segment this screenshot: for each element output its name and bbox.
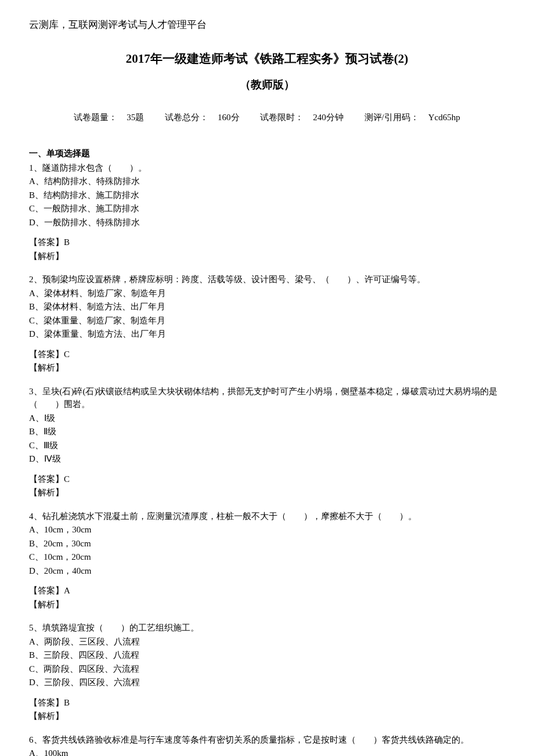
question-option: D、20cm，40cm bbox=[29, 564, 505, 578]
questions-container: 1、隧道防排水包含（ ）。A、结构防排水、特殊防排水B、结构防排水、施工防排水C… bbox=[29, 161, 505, 757]
exam-meta: 试卷题量：35题 试卷总分：160分 试卷限时：240分钟 测评/引用码：Ycd… bbox=[29, 111, 505, 124]
answer-line: 【答案】B bbox=[29, 696, 505, 710]
question-option: D、三阶段、四区段、六流程 bbox=[29, 676, 505, 689]
section-header: 一、单项选择题 bbox=[29, 147, 505, 160]
question-option: D、梁体重量、制造方法、出厂年月 bbox=[29, 327, 505, 341]
page-header: 云测库，互联网测评考试与人才管理平台 bbox=[29, 17, 505, 33]
answer-line: 【答案】C bbox=[29, 473, 505, 486]
question-option: A、Ⅰ级 bbox=[29, 412, 505, 425]
analysis-line: 【解析】 bbox=[29, 710, 505, 723]
question-text: 4、钻孔桩浇筑水下混凝土前，应测量沉渣厚度，柱桩一般不大于（ ），摩擦桩不大于（… bbox=[29, 510, 505, 523]
answer-block: 【答案】B【解析】 bbox=[29, 696, 505, 723]
question-option: C、Ⅲ级 bbox=[29, 439, 505, 452]
question-option: C、两阶段、四区段、六流程 bbox=[29, 663, 505, 676]
question-option: D、一般防排水、特殊防排水 bbox=[29, 216, 505, 229]
question-block: 6、客货共线铁路验收标准是与行车速度等条件有密切关系的质量指标，它是按时速（ ）… bbox=[29, 733, 505, 757]
analysis-line: 【解析】 bbox=[29, 486, 505, 499]
question-option: A、两阶段、三区段、八流程 bbox=[29, 635, 505, 649]
answer-block: 【答案】C【解析】 bbox=[29, 473, 505, 499]
question-option: C、一般防排水、施工防排水 bbox=[29, 202, 505, 215]
question-block: 2、预制梁均应设置桥牌，桥牌应标明：跨度、活载等级、设计图号、梁号、（ ）、许可… bbox=[29, 273, 505, 375]
answer-block: 【答案】B【解析】 bbox=[29, 236, 505, 262]
answer-block: 【答案】A【解析】 bbox=[29, 584, 505, 611]
question-option: B、20cm，30cm bbox=[29, 537, 505, 550]
question-option: B、三阶段、四区段、八流程 bbox=[29, 649, 505, 662]
question-option: C、10cm，20cm bbox=[29, 550, 505, 564]
question-option: A、10cm，30cm bbox=[29, 523, 505, 537]
question-text: 2、预制梁均应设置桥牌，桥牌应标明：跨度、活载等级、设计图号、梁号、（ ）、许可… bbox=[29, 273, 505, 286]
analysis-line: 【解析】 bbox=[29, 361, 505, 375]
question-text: 1、隧道防排水包含（ ）。 bbox=[29, 161, 505, 175]
answer-line: 【答案】C bbox=[29, 348, 505, 361]
answer-line: 【答案】B bbox=[29, 236, 505, 249]
question-option: A、梁体材料、制造厂家、制造年月 bbox=[29, 287, 505, 300]
question-option: B、梁体材料、制造方法、出厂年月 bbox=[29, 300, 505, 314]
question-text: 3、呈块(石)碎(石)状镶嵌结构或呈大块状砌体结构，拱部无支护时可产生小坍塌，侧… bbox=[29, 385, 505, 411]
count-label: 试卷题量：35题 bbox=[69, 113, 149, 122]
question-text: 5、填筑路堤宜按（ ）的工艺组织施工。 bbox=[29, 621, 505, 635]
question-block: 5、填筑路堤宜按（ ）的工艺组织施工。A、两阶段、三区段、八流程B、三阶段、四区… bbox=[29, 621, 505, 723]
question-option: B、结构防排水、施工防排水 bbox=[29, 189, 505, 202]
question-option: A、结构防排水、特殊防排水 bbox=[29, 175, 505, 188]
code-label: 测评/引用码：Ycd65hp bbox=[360, 113, 465, 122]
analysis-line: 【解析】 bbox=[29, 598, 505, 611]
time-label: 试卷限时：240分钟 bbox=[255, 113, 348, 122]
answer-block: 【答案】C【解析】 bbox=[29, 348, 505, 375]
question-option: B、Ⅱ级 bbox=[29, 425, 505, 438]
answer-line: 【答案】A bbox=[29, 584, 505, 597]
question-option: A、100km bbox=[29, 747, 505, 756]
question-block: 1、隧道防排水包含（ ）。A、结构防排水、特殊防排水B、结构防排水、施工防排水C… bbox=[29, 161, 505, 263]
question-text: 6、客货共线铁路验收标准是与行车速度等条件有密切关系的质量指标，它是按时速（ ）… bbox=[29, 733, 505, 747]
score-label: 试卷总分：160分 bbox=[160, 113, 244, 122]
question-block: 3、呈块(石)碎(石)状镶嵌结构或呈大块状砌体结构，拱部无支护时可产生小坍塌，侧… bbox=[29, 385, 505, 499]
document-subtitle: （教师版） bbox=[29, 77, 505, 93]
question-option: D、Ⅳ级 bbox=[29, 452, 505, 466]
analysis-line: 【解析】 bbox=[29, 250, 505, 263]
question-option: C、梁体重量、制造厂家、制造年月 bbox=[29, 314, 505, 327]
question-block: 4、钻孔桩浇筑水下混凝土前，应测量沉渣厚度，柱桩一般不大于（ ），摩擦桩不大于（… bbox=[29, 510, 505, 611]
document-title: 2017年一级建造师考试《铁路工程实务》预习试卷(2) bbox=[29, 50, 505, 69]
